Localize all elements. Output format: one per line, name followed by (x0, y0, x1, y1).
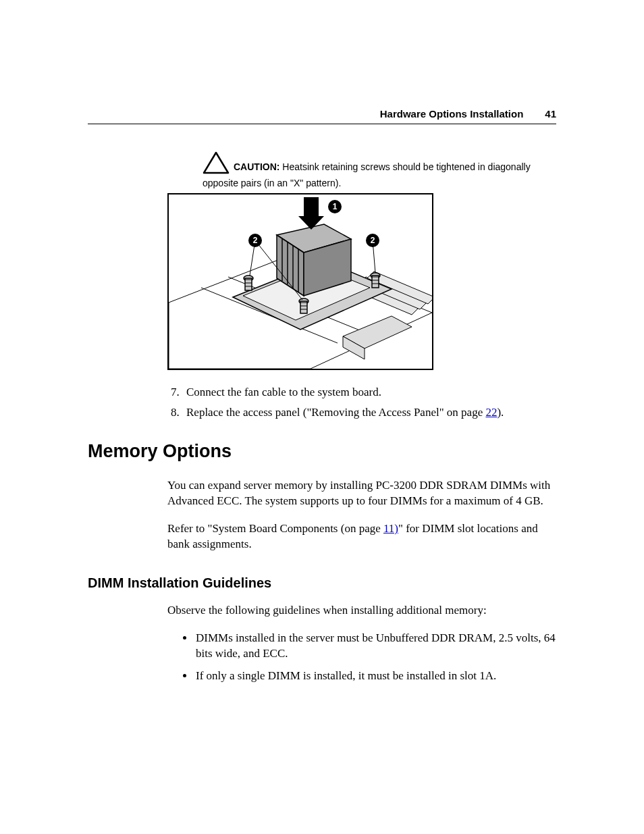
memory-para-2-prefix: Refer to "System Board Components (on pa… (167, 522, 383, 535)
memory-para-2-link[interactable]: 11) (383, 522, 398, 535)
header-page-number: 41 (545, 108, 556, 120)
steps-block: Connect the fan cable to the system boar… (88, 384, 556, 421)
memory-options-body: You can expand server memory by installi… (88, 478, 556, 552)
dimm-guidelines-heading: DIMM Installation Guidelines (88, 575, 556, 591)
caution-block: CAUTION: Heatsink retaining screws shoul… (203, 151, 541, 189)
svg-rect-21 (372, 276, 379, 288)
memory-para-2: Refer to "System Board Components (on pa… (167, 521, 556, 552)
memory-para-1: You can expand server memory by installi… (167, 478, 556, 509)
memory-options-heading: Memory Options (88, 441, 556, 462)
step-7: Connect the fan cable to the system boar… (182, 384, 556, 401)
dimm-guidelines-body: Observe the following guidelines when in… (88, 603, 556, 684)
caution-label: CAUTION: (234, 161, 279, 172)
step-8: Replace the access panel ("Removing the … (182, 404, 556, 421)
dimm-intro: Observe the following guidelines when in… (167, 603, 556, 619)
step-8-text-suffix: ). (497, 406, 504, 419)
page-header: Hardware Options Installation 41 (88, 108, 556, 124)
steps-list: Connect the fan cable to the system boar… (167, 384, 556, 421)
dimm-bullet-list: DIMMs installed in the server must be Un… (167, 631, 556, 684)
svg-marker-0 (204, 153, 228, 173)
step-8-text-prefix: Replace the access panel ("Removing the … (186, 406, 485, 419)
svg-rect-19 (300, 301, 307, 313)
caution-triangle-icon (203, 151, 230, 177)
svg-rect-17 (245, 278, 252, 290)
svg-rect-22 (304, 197, 319, 217)
dimm-bullet-1: DIMMs installed in the server must be Un… (194, 631, 556, 662)
step-8-page-link[interactable]: 22 (485, 406, 497, 419)
dimm-bullet-2: If only a single DIMM is installed, it m… (194, 669, 556, 684)
indented-content: CAUTION: Heatsink retaining screws shoul… (88, 151, 556, 370)
heatsink-svg (169, 194, 432, 369)
header-section-title: Hardware Options Installation (380, 108, 524, 120)
document-page: Hardware Options Installation 41 CAUTION… (0, 0, 644, 791)
heatsink-install-figure: 1 2 2 (167, 193, 433, 370)
